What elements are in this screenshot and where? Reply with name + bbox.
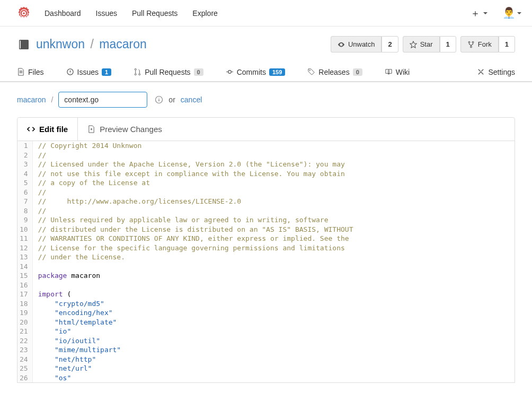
tab-files[interactable]: Files: [17, 68, 44, 76]
nav-dashboard[interactable]: Dashboard: [45, 9, 81, 18]
create-menu[interactable]: ＋: [471, 7, 487, 20]
star-icon: [410, 41, 417, 48]
eye-icon: [338, 41, 345, 48]
user-menu[interactable]: 👨‍💼: [502, 7, 521, 19]
watch-count[interactable]: 2: [382, 36, 398, 53]
releases-count-badge: 0: [353, 68, 362, 76]
tab-releases[interactable]: Releases 0: [307, 68, 362, 76]
repo-breadcrumb: unknwon / macaron: [36, 37, 147, 51]
code-line[interactable]: //: [32, 188, 515, 197]
code-line[interactable]: // Unless required by applicable law or …: [32, 215, 515, 225]
code-line[interactable]: "mime/multipart": [32, 345, 515, 355]
code-line[interactable]: //: [32, 206, 515, 216]
commits-count-badge: 159: [269, 68, 285, 76]
fork-button[interactable]: Fork: [460, 36, 499, 53]
or-text: or: [169, 95, 175, 104]
line-number: 5: [17, 178, 32, 188]
editor-tab-edit[interactable]: Edit file: [17, 118, 78, 141]
code-line[interactable]: // http://www.apache.org/licenses/LICENS…: [32, 197, 515, 206]
code-line[interactable]: "io": [32, 327, 515, 336]
repo-owner-link[interactable]: unknwon: [36, 37, 85, 51]
fork-icon: [467, 41, 475, 48]
code-line[interactable]: "html/template": [32, 318, 515, 327]
code-editor[interactable]: 1// Copyright 2014 Unknwon2//3// License…: [17, 141, 515, 382]
line-number: 22: [17, 336, 32, 346]
line-number: 14: [17, 262, 32, 272]
line-number: 21: [17, 327, 32, 336]
star-button[interactable]: Star: [403, 36, 440, 53]
unwatch-label: Unwatch: [348, 40, 375, 48]
repo-icon: [17, 38, 31, 51]
code-line[interactable]: // distributed under the License is dist…: [32, 225, 515, 234]
line-number: 13: [17, 252, 32, 262]
svg-point-11: [135, 74, 136, 75]
star-count[interactable]: 1: [440, 36, 456, 53]
tab-wiki[interactable]: Wiki: [385, 68, 410, 76]
code-line[interactable]: "net/http": [32, 355, 515, 364]
code-line[interactable]: // License for the specific language gov…: [32, 243, 515, 253]
nav-links: Dashboard Issues Pull Requests Explore: [45, 9, 218, 18]
app-logo[interactable]: [16, 5, 32, 21]
file-diff-icon: [87, 125, 95, 133]
nav-issues[interactable]: Issues: [96, 9, 117, 18]
nav-right: ＋ 👨‍💼: [471, 7, 521, 20]
tag-icon: [307, 68, 315, 76]
book-icon: [385, 68, 393, 76]
repo-name-link[interactable]: macaron: [99, 37, 146, 51]
line-number: 7: [17, 197, 32, 206]
filename-input[interactable]: [58, 92, 147, 108]
code-line[interactable]: "crypto/md5": [32, 299, 515, 309]
repo-action-buttons: Unwatch 2 Star 1 Fork 1: [331, 36, 515, 53]
path-sep: /: [90, 37, 93, 51]
issues-count-badge: 1: [102, 68, 111, 76]
svg-point-7: [472, 41, 474, 43]
tab-settings[interactable]: Settings: [477, 68, 515, 76]
editor: Edit file Preview Changes 1// Copyright …: [17, 117, 515, 383]
tab-commits-label: Commits: [237, 68, 266, 76]
code-line[interactable]: // Licensed under the Apache License, Ve…: [32, 160, 515, 169]
line-number: 16: [17, 281, 32, 290]
tab-wiki-label: Wiki: [396, 68, 410, 76]
editor-tab-preview-label: Preview Changes: [100, 125, 162, 134]
svg-point-14: [309, 70, 311, 71]
code-line[interactable]: [32, 281, 515, 290]
prs-count-badge: 0: [194, 68, 203, 76]
svg-rect-5: [22, 45, 23, 46]
code-line[interactable]: "io/ioutil": [32, 336, 515, 346]
line-number: 9: [17, 215, 32, 225]
issue-icon: [66, 68, 74, 76]
cancel-link[interactable]: cancel: [181, 95, 202, 104]
code-line[interactable]: "net/url": [32, 364, 515, 373]
code-line[interactable]: //: [32, 151, 515, 160]
unwatch-button[interactable]: Unwatch: [331, 36, 382, 53]
editor-tab-preview[interactable]: Preview Changes: [78, 118, 172, 141]
code-line[interactable]: import (: [32, 290, 515, 299]
fork-count[interactable]: 1: [499, 36, 515, 53]
line-number: 10: [17, 225, 32, 234]
line-number: 17: [17, 290, 32, 299]
tab-prs[interactable]: Pull Requests 0: [134, 68, 203, 76]
nav-explore[interactable]: Explore: [192, 9, 217, 18]
code-line[interactable]: // Copyright 2014 Unknwon: [32, 141, 515, 151]
nav-pullrequests[interactable]: Pull Requests: [132, 9, 178, 18]
line-number: 4: [17, 169, 32, 179]
code-line[interactable]: "encoding/hex": [32, 308, 515, 318]
repo-header: unknwon / macaron Unwatch 2 Star 1: [0, 27, 532, 62]
line-number: 20: [17, 318, 32, 327]
tab-issues-label: Issues: [77, 68, 99, 76]
code-line[interactable]: "os": [32, 373, 515, 383]
code-line[interactable]: package macaron: [32, 271, 515, 281]
line-number: 19: [17, 308, 32, 318]
tab-commits[interactable]: Commits 159: [226, 68, 286, 76]
code-line[interactable]: // a copy of the License at: [32, 178, 515, 188]
code-line[interactable]: // under the License.: [32, 252, 515, 262]
tab-releases-label: Releases: [318, 68, 349, 76]
code-line[interactable]: // not use this file except in complianc…: [32, 169, 515, 179]
breadcrumb-root[interactable]: macaron: [17, 95, 46, 104]
code-line[interactable]: // WARRANTIES OR CONDITIONS OF ANY KIND,…: [32, 234, 515, 243]
line-number: 3: [17, 160, 32, 169]
tab-prs-label: Pull Requests: [145, 68, 190, 76]
code-line[interactable]: [32, 262, 515, 272]
tab-issues[interactable]: Issues 1: [66, 68, 112, 76]
fork-label: Fork: [478, 40, 492, 48]
